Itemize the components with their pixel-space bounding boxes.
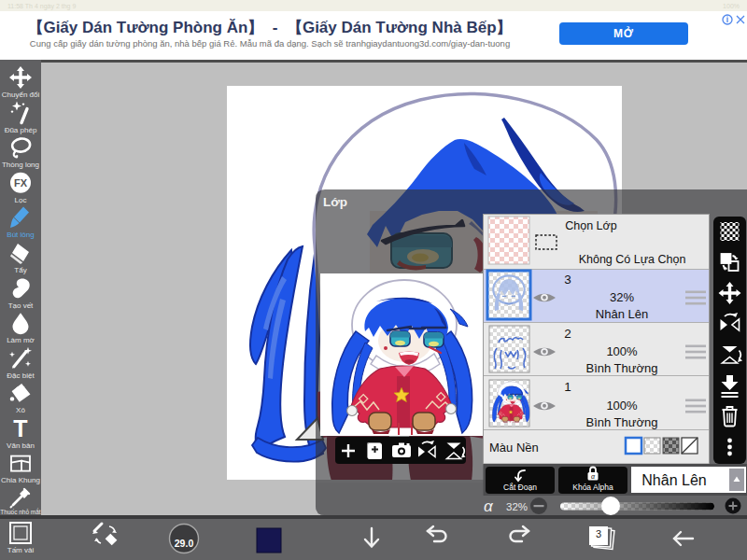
svg-text:Chọn Lớp: Chọn Lớp xyxy=(565,219,617,232)
svg-text:Đặc biệt: Đặc biệt xyxy=(7,371,35,380)
svg-text:Lớp: Lớp xyxy=(323,195,347,209)
svg-text:Bình Thường: Bình Thường xyxy=(586,415,658,429)
svg-text:100%: 100% xyxy=(606,344,638,358)
svg-text:3: 3 xyxy=(596,528,601,539)
svg-text:Cắt Đoạn: Cắt Đoạn xyxy=(503,483,537,492)
svg-text:100%: 100% xyxy=(723,3,740,9)
svg-text:Văn bản: Văn bản xyxy=(7,441,35,450)
svg-text:【Giấy Dán Tường Phòng Ăn】 -: 【Giấy Dán Tường Phòng Ăn】 - 【Giấy Dán Tư… xyxy=(27,19,512,36)
svg-text:32%: 32% xyxy=(610,290,634,304)
svg-text:Chia Khung: Chia Khung xyxy=(1,476,40,484)
svg-text:Bút lông: Bút lông xyxy=(7,231,34,239)
svg-text:Màu Nền: Màu Nền xyxy=(489,441,539,455)
svg-text:Tạo vết: Tạo vết xyxy=(8,301,34,310)
svg-text:α: α xyxy=(484,497,494,515)
svg-text:Khóa Alpha: Khóa Alpha xyxy=(572,483,613,492)
svg-text:Làm mờ: Làm mờ xyxy=(7,336,35,344)
svg-text:3: 3 xyxy=(564,273,571,287)
svg-text:29.0: 29.0 xyxy=(175,538,194,549)
svg-text:Không Có Lựa Chọn: Không Có Lựa Chọn xyxy=(579,253,686,266)
svg-text:Cung cấp giấy dán tường phòng: Cung cấp giấy dán tường phòng ăn, nhà bế… xyxy=(30,38,510,49)
svg-text:Thuốc nhỏ mắt: Thuốc nhỏ mắt xyxy=(0,508,41,515)
svg-text:Thòng long: Thòng long xyxy=(2,161,39,169)
svg-text:32%: 32% xyxy=(506,501,528,512)
svg-text:1: 1 xyxy=(564,380,571,394)
svg-text:FX: FX xyxy=(14,177,28,189)
svg-text:T: T xyxy=(13,415,27,441)
svg-text:11:58 Th 4 ngày 2 thg 9: 11:58 Th 4 ngày 2 thg 9 xyxy=(7,3,76,10)
svg-text:Tấm vải: Tấm vải xyxy=(7,546,35,554)
svg-text:Nhân Lên: Nhân Lên xyxy=(641,472,706,488)
svg-text:2: 2 xyxy=(564,327,571,341)
svg-text:Bình Thường: Bình Thường xyxy=(586,361,658,375)
svg-text:Lọc: Lọc xyxy=(15,196,27,204)
svg-text:MỞ: MỞ xyxy=(613,26,634,40)
svg-text:Đũa phép: Đũa phép xyxy=(5,126,37,134)
svg-text:Nhân Lên: Nhân Lên xyxy=(596,307,648,321)
svg-text:Xô: Xô xyxy=(16,406,25,414)
svg-text:100%: 100% xyxy=(606,399,638,413)
svg-text:Chuyển đổi: Chuyển đổi xyxy=(2,91,40,99)
svg-text:Tẩy: Tẩy xyxy=(14,266,26,274)
